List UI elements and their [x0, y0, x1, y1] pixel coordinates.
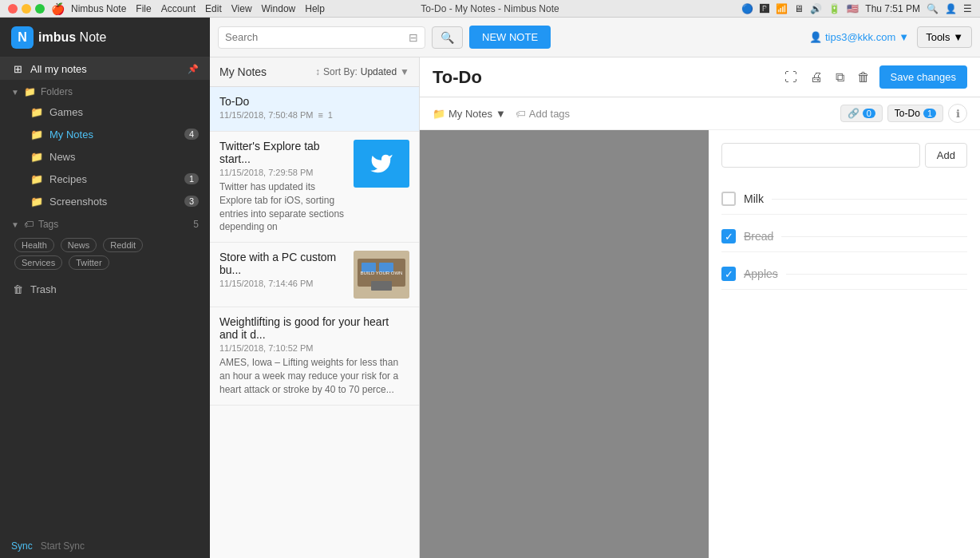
note-preview-twitter: Twitter has updated its Explore tab for … — [219, 180, 346, 234]
tools-button[interactable]: Tools ▼ — [917, 26, 972, 48]
editor-right-panel: Add Milk ✓ Bread — [709, 130, 980, 558]
time-display: Thu 7:51 PM — [865, 3, 920, 14]
tag-count: 1 — [923, 109, 936, 118]
display-icon: 🖥 — [794, 3, 804, 14]
sidebar: N imbus Note ⊞ All my notes 📌 ▼ 📁 Folder… — [0, 18, 210, 558]
note-item-weightlifting[interactable]: Weightlifting is good for your heart and… — [210, 307, 419, 405]
user-menu[interactable]: 👤 tips3@kkk.com ▼ — [809, 31, 909, 43]
notes-list-header: My Notes ↕ Sort By: Updated ▼ — [210, 57, 419, 87]
menu-window[interactable]: Window — [262, 3, 296, 14]
list-icon[interactable]: ☰ — [963, 3, 972, 14]
todo-text-bread: Bread — [744, 230, 773, 243]
sidebar-item-my-notes[interactable]: 📁 My Notes 4 — [0, 123, 210, 145]
print-button[interactable]: 🖨 — [807, 67, 826, 88]
note-preview-weightlifting: AMES, Iowa – Lifting weights for less th… — [219, 356, 409, 396]
sidebar-item-recipes[interactable]: 📁 Recipes 1 — [0, 168, 210, 190]
window-title: To-Do - My Notes - Nimbus Note — [421, 3, 559, 14]
tag-twitter[interactable]: Twitter — [69, 255, 109, 270]
save-button[interactable]: Save changes — [879, 65, 967, 89]
duplicate-button[interactable]: ⧉ — [832, 67, 848, 88]
logo-icon: N — [11, 26, 34, 49]
sidebar-item-all-notes[interactable]: ⊞ All my notes 📌 — [0, 57, 210, 80]
todo-line-milk — [772, 199, 967, 200]
mac-menu: Nimbus Note File Account Edit View Windo… — [71, 3, 325, 14]
todo-text-apples: Apples — [744, 267, 778, 280]
link-icon: 🔗 — [848, 108, 859, 119]
tag-button[interactable]: To-Do 1 — [887, 105, 943, 122]
todo-checkbox-apples[interactable]: ✓ — [721, 267, 736, 281]
app-container: N imbus Note ⊞ All my notes 📌 ▼ 📁 Folder… — [0, 18, 980, 558]
search-icon[interactable]: 🔍 — [927, 3, 939, 14]
apple-icon: 🍎 — [51, 2, 65, 15]
search-input[interactable] — [225, 31, 404, 43]
tags-arrow: ▼ — [11, 220, 19, 229]
menu-edit[interactable]: Edit — [205, 3, 222, 14]
sort-arrows: ↕ — [315, 66, 320, 77]
nimbus-icon: 🔵 — [741, 3, 753, 14]
all-notes-label: All my notes — [30, 63, 87, 75]
user-email: tips3@kkk.com — [825, 31, 895, 43]
menu-account[interactable]: Account — [161, 3, 196, 14]
filter-icon[interactable]: ⊟ — [409, 31, 418, 44]
todo-checkbox-milk[interactable] — [721, 192, 736, 206]
close-button[interactable] — [8, 4, 18, 14]
link-count: 0 — [863, 109, 875, 118]
battery-icon: 🔋 — [828, 3, 840, 14]
note-editor: To-Do ⛶ 🖨 ⧉ 🗑 Save changes 📁 My Notes — [420, 57, 980, 558]
content-area: My Notes ↕ Sort By: Updated ▼ To-Do 11/1… — [210, 57, 980, 558]
expand-button[interactable]: ⛶ — [781, 67, 800, 88]
folder-breadcrumb[interactable]: 📁 My Notes ▼ — [433, 108, 506, 120]
menu-file[interactable]: File — [136, 3, 151, 14]
search-button[interactable]: 🔍 — [432, 26, 463, 49]
note-thumb-twitter — [354, 140, 409, 188]
sidebar-item-news[interactable]: 📁 News — [0, 145, 210, 168]
todo-checkbox-bread[interactable]: ✓ — [721, 229, 736, 243]
start-sync-label[interactable]: Start Sync — [41, 540, 85, 552]
maximize-button[interactable] — [35, 4, 45, 14]
delete-button[interactable]: 🗑 — [854, 67, 873, 88]
tag-news[interactable]: News — [61, 238, 97, 252]
sidebar-item-screenshots[interactable]: 📁 Screenshots 3 — [0, 190, 210, 212]
tag-reddit[interactable]: Reddit — [103, 238, 143, 252]
editor-meta: 📁 My Notes ▼ 🏷 Add tags 🔗 0 — [420, 97, 980, 130]
recipes-folder-icon: 📁 — [30, 172, 43, 185]
logo: N imbus Note — [11, 26, 106, 49]
tags-section[interactable]: ▼ 🏷 Tags 5 — [0, 212, 210, 233]
trash-label: Trash — [30, 283, 57, 295]
add-todo-input[interactable] — [721, 143, 920, 168]
sidebar-item-games[interactable]: 📁 Games — [0, 101, 210, 123]
folders-section[interactable]: ▼ 📁 Folders — [0, 80, 210, 101]
news-folder-icon: 📁 — [30, 150, 43, 163]
note-meta-todo: 11/15/2018, 7:50:48 PM ≡ 1 — [219, 110, 409, 120]
tag-health[interactable]: Health — [14, 238, 54, 252]
new-note-button[interactable]: NEW NOTE — [469, 26, 551, 49]
svg-rect-4 — [371, 281, 392, 291]
add-todo-button[interactable]: Add — [925, 143, 967, 168]
tag-services[interactable]: Services — [14, 255, 62, 270]
sort-dropdown-icon: ▼ — [400, 66, 409, 77]
screenshots-label: Screenshots — [49, 196, 107, 208]
user-icon[interactable]: 👤 — [945, 3, 957, 14]
note-item-store[interactable]: Store with a PC custom bu... 11/15/2018,… — [210, 243, 419, 307]
editor-content: Add Milk ✓ Bread — [420, 130, 980, 558]
add-tags[interactable]: 🏷 Add tags — [516, 108, 570, 120]
sort-area[interactable]: ↕ Sort By: Updated ▼ — [315, 66, 409, 77]
minimize-button[interactable] — [22, 4, 31, 14]
all-notes-icon: ⊞ — [11, 62, 24, 75]
menu-nimbus[interactable]: Nimbus Note — [71, 3, 126, 14]
link-button[interactable]: 🔗 0 — [840, 105, 883, 122]
note-thumb-store: BUILD YOUR OWN — [354, 251, 409, 299]
info-button[interactable]: ℹ — [948, 104, 967, 123]
folders-arrow: ▼ — [11, 88, 19, 97]
note-title-store: Store with a PC custom bu... — [219, 251, 346, 276]
note-item-twitter[interactable]: Twitter's Explore tab start... 11/15/201… — [210, 132, 419, 243]
note-title: To-Do — [433, 67, 482, 88]
sync-label[interactable]: Sync — [11, 540, 33, 552]
traffic-lights — [8, 4, 45, 14]
menu-help[interactable]: Help — [305, 3, 325, 14]
note-item-todo[interactable]: To-Do 11/15/2018, 7:50:48 PM ≡ 1 — [210, 87, 419, 132]
tags-count-badge: 5 — [193, 219, 199, 230]
menu-view[interactable]: View — [231, 3, 252, 14]
note-count-todo: 1 — [328, 110, 333, 120]
sidebar-item-trash[interactable]: 🗑 Trash — [0, 278, 210, 300]
